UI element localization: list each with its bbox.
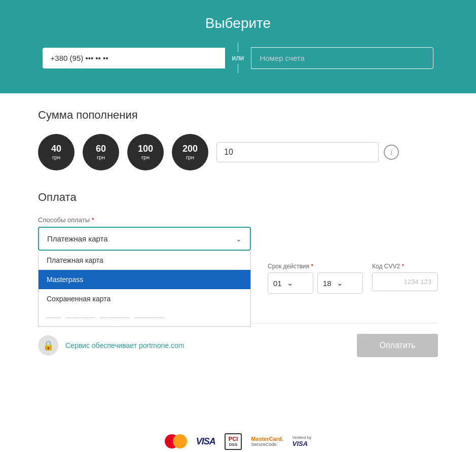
account-input[interactable] xyxy=(251,47,433,69)
security-info: 🔒 Сервис обеспечивает portmone.com xyxy=(38,335,184,356)
or-label: или xyxy=(232,52,244,64)
expiry-selects: 01 ⌄ 18 ⌄ xyxy=(268,272,363,294)
verified-label: Verified by xyxy=(292,435,311,440)
cvv-input[interactable]: 1234 123 xyxy=(372,272,438,291)
chevron-down-icon: ⌄ xyxy=(287,279,294,288)
brand-logos: VISA PCI DSS MasterCard. SecureCode. Ver… xyxy=(0,423,476,452)
header: Выберите или xyxy=(0,0,476,93)
cvv-label: Код CVV2 * xyxy=(372,263,438,270)
dss-label: DSS xyxy=(229,442,237,447)
amount-btn-40[interactable]: 40 грн xyxy=(38,134,75,170)
header-inputs: или xyxy=(10,43,466,73)
expiry-month-select[interactable]: 01 ⌄ xyxy=(268,272,313,294)
cvv-field-wrap: Код CVV2 * 1234 123 xyxy=(372,263,438,291)
dropdown-menu: Платежная карта Masterpass Сохраненная к… xyxy=(38,251,251,327)
dropdown-item-masterpass[interactable]: Masterpass xyxy=(39,270,250,289)
lock-icon: 🔒 xyxy=(38,335,58,356)
amount-btn-200[interactable]: 200 грн xyxy=(172,134,208,170)
payment-method-dropdown[interactable]: Платежная карта ⌄ Платежная карта Master… xyxy=(38,227,251,251)
card-placeholder-row: —————————————— xyxy=(39,308,250,326)
amount-custom-input[interactable] xyxy=(216,142,379,162)
page-title: Выберите xyxy=(10,15,466,31)
chevron-down-icon: ⌄ xyxy=(236,235,242,243)
main-content: Сумма пополнения 40 грн 60 грн 100 грн 2… xyxy=(0,93,476,423)
expiry-field-wrap: Срок действия * 01 ⌄ 18 ⌄ xyxy=(268,263,363,294)
chevron-down-icon: ⌄ xyxy=(337,279,343,288)
mc-circle-orange xyxy=(173,434,187,448)
payment-section-title: Оплата xyxy=(38,191,438,204)
amount-btn-100[interactable]: 100 грн xyxy=(127,134,164,170)
dropdown-item-platezh[interactable]: Платежная карта xyxy=(39,251,250,270)
mastercard-securecode-logo: MasterCard. SecureCode. xyxy=(251,436,283,447)
pay-button[interactable]: Оплатить xyxy=(357,334,438,357)
or-divider: или xyxy=(225,43,251,73)
pci-dss-badge: PCI DSS xyxy=(225,433,242,450)
amount-custom-wrap: i xyxy=(216,142,399,162)
phone-input[interactable] xyxy=(43,48,225,68)
mc-secure-title: MasterCard. xyxy=(251,436,283,442)
dropdown-item-saved[interactable]: Сохраненная карта xyxy=(39,289,250,308)
mastercard-logo xyxy=(165,434,187,448)
dropdown-selected[interactable]: Платежная карта ⌄ xyxy=(38,227,251,251)
info-icon[interactable]: i xyxy=(384,145,399,160)
amount-btn-60[interactable]: 60 грн xyxy=(83,134,119,170)
footer-bar: 🔒 Сервис обеспечивает portmone.com Оплат… xyxy=(38,334,438,367)
verified-by-visa-logo: Verified by VISA xyxy=(292,435,311,447)
expiry-year-select[interactable]: 18 ⌄ xyxy=(317,272,363,294)
payment-method-label: Способы оплаты * xyxy=(38,216,438,224)
amount-row: 40 грн 60 грн 100 грн 200 грн i xyxy=(38,134,438,170)
required-mark: * xyxy=(92,216,94,224)
mc-secure-sub: SecureCode. xyxy=(251,442,283,447)
pci-label: PCI xyxy=(229,435,238,442)
verified-brand: VISA xyxy=(292,440,311,447)
visa-logo: VISA xyxy=(196,436,215,447)
security-text: Сервис обеспечивает portmone.com xyxy=(65,341,184,350)
expiry-label: Срок действия * xyxy=(268,263,363,270)
amount-section-title: Сумма пополнения xyxy=(38,109,438,122)
payment-section: Оплата Способы оплаты * Платежная карта … xyxy=(38,191,438,313)
